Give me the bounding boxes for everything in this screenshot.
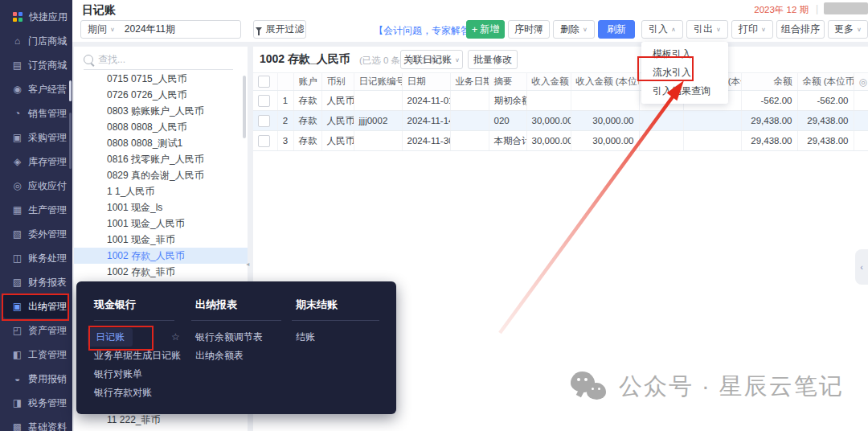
sidebar-item-expense[interactable]: ◒ 费用报销 bbox=[3, 367, 69, 391]
section-divider bbox=[94, 320, 174, 321]
delete-button[interactable]: 删除 bbox=[553, 20, 595, 39]
mega-menu-item[interactable]: 银行余额调节表 bbox=[195, 328, 263, 347]
expand-filter-button[interactable]: 展开过滤 bbox=[253, 20, 306, 39]
expert-qa-link[interactable]: 【会计问题，专家解答】 bbox=[374, 24, 480, 38]
row-checkbox[interactable] bbox=[258, 135, 270, 147]
combined-sort-button[interactable]: 组合排序 bbox=[776, 20, 825, 39]
more-button[interactable]: 更多 bbox=[828, 20, 868, 39]
sidebar-item-store-mall[interactable]: ⌂ 门店商城 bbox=[3, 29, 69, 53]
refresh-button[interactable]: 刷新 bbox=[598, 20, 635, 39]
account-list-item-selected[interactable]: 1002 存款_人民币 bbox=[74, 248, 248, 264]
journal-no-link[interactable]: jjjj0002 bbox=[354, 111, 402, 131]
search-box bbox=[84, 50, 233, 70]
account-list-item[interactable]: 0726 0726_人民币 bbox=[74, 87, 248, 103]
outsourcing-icon: ▧ bbox=[10, 228, 24, 240]
col-date[interactable]: 日期 bbox=[402, 73, 450, 91]
top-header-bar: 日记账 2023年 12 期 | bbox=[72, 0, 868, 18]
header-divider: | bbox=[816, 3, 818, 14]
cell-summary: 本期合计 bbox=[489, 131, 526, 151]
export-button[interactable]: 引出 bbox=[686, 20, 728, 39]
sidebar-item-customer[interactable]: ◉ 客户经营 bbox=[3, 77, 69, 101]
assets-icon: ◰ bbox=[10, 325, 24, 336]
col-account[interactable]: 账户 bbox=[293, 73, 321, 91]
sidebar-item-procurement[interactable]: ▣ 采购管理 bbox=[3, 125, 69, 150]
sidebar-scrollbar-thumb[interactable] bbox=[69, 80, 72, 101]
account-list-item[interactable]: 0816 找零账户_人民币 bbox=[74, 151, 248, 167]
col-journal-no[interactable]: 日记账编号 bbox=[354, 73, 402, 91]
sidebar-item-tax[interactable]: ◨ 税务管理 bbox=[3, 391, 69, 415]
sidebar-item-bookkeeping[interactable]: ◫ 账务处理 bbox=[3, 246, 69, 270]
account-list-item[interactable]: 0829 真的会谢_人民币 bbox=[74, 167, 248, 183]
menu-item-flow-import[interactable]: 流水引入 bbox=[641, 64, 728, 82]
sidebar-item-cashier[interactable]: ▣ 出纳管理 bbox=[3, 294, 69, 318]
mega-menu-item[interactable]: 银行存款对账 bbox=[94, 384, 152, 402]
mega-menu-item[interactable]: 结账 bbox=[296, 328, 315, 347]
gear-icon[interactable] bbox=[859, 76, 867, 88]
sidebar-item-outsourcing[interactable]: ▧ 委外管理 bbox=[3, 222, 69, 246]
watermark: 公众号 · 星辰云笔记 bbox=[571, 370, 844, 404]
account-list-item[interactable]: 1001 现金_菲币 bbox=[74, 232, 248, 248]
table-row[interactable]: 2 存款 人民币 jjjj0002 2024-11-14 020 30,000.… bbox=[253, 111, 868, 131]
account-list-item[interactable]: 1001 现金_人民币 bbox=[74, 216, 248, 232]
cell-seq: 3 bbox=[277, 131, 293, 151]
batch-edit-button[interactable]: 批量修改 bbox=[468, 50, 518, 69]
sidebar-item-base-data[interactable]: ▩ 基础资料 bbox=[3, 415, 69, 431]
import-button[interactable]: 引入 bbox=[641, 20, 683, 39]
row-checkbox[interactable] bbox=[258, 95, 270, 107]
related-journal-button[interactable]: 关联日记账 bbox=[400, 50, 463, 69]
sidebar-item-inventory[interactable]: ◈ 库存管理 bbox=[3, 150, 69, 174]
sidebar-scrollbar-thumb[interactable] bbox=[69, 113, 72, 169]
menu-item-import-result-query[interactable]: 引入结果查询 bbox=[641, 82, 728, 101]
col-summary[interactable]: 摘要 bbox=[489, 73, 526, 91]
payroll-icon: ◧ bbox=[10, 349, 24, 360]
sidebar-item-ordering-mall[interactable]: ▤ 订货商城 bbox=[3, 53, 69, 77]
table-row[interactable]: 3 存款 人民币 2024-11-30 本期合计 30,000.00 30,00… bbox=[253, 131, 868, 151]
account-list-item[interactable]: 0808 0808_人民币 bbox=[74, 119, 248, 135]
sidebar-item-payroll[interactable]: ◧ 工资管理 bbox=[3, 343, 69, 367]
collapse-panel-tab[interactable] bbox=[855, 249, 868, 285]
cell-journal-no bbox=[354, 131, 402, 151]
row-checkbox[interactable] bbox=[258, 115, 270, 127]
period-filter-combo[interactable]: 期间 2024年11期 bbox=[80, 20, 241, 39]
cell-settings-spacer bbox=[854, 111, 868, 131]
col-biz-date[interactable]: 业务日期 bbox=[450, 73, 489, 91]
account-list-item[interactable]: 1002 存款_菲币 bbox=[74, 264, 248, 280]
cell-income-base: 30,000.00 bbox=[571, 111, 639, 131]
sequence-book-button[interactable]: 序时簿 bbox=[508, 20, 550, 39]
menu-item-template-import[interactable]: 模板引入 bbox=[641, 45, 728, 64]
sidebar-item-assets[interactable]: ◰ 资产管理 bbox=[3, 318, 69, 343]
account-list-scrollbar-thumb[interactable] bbox=[243, 76, 246, 138]
mega-menu-item[interactable]: 银行对账单 bbox=[94, 365, 142, 384]
col-balance-base[interactable]: 余额 (本位币) bbox=[797, 73, 854, 91]
cell-income-base bbox=[571, 91, 639, 111]
account-list-item[interactable]: 0715 0715_人民币 bbox=[74, 71, 248, 87]
col-balance[interactable]: 余额 bbox=[741, 73, 797, 91]
chevron-down-icon bbox=[110, 26, 115, 32]
sidebar-item-production[interactable]: ▦ 生产管理 bbox=[3, 198, 69, 222]
col-income-base[interactable]: 收入金额 (本位币) bbox=[571, 73, 639, 91]
base-data-icon: ▩ bbox=[10, 421, 24, 431]
col-income[interactable]: 收入金额 bbox=[526, 73, 571, 91]
add-button[interactable]: 新增 bbox=[466, 20, 505, 39]
favorite-star-icon[interactable] bbox=[171, 331, 180, 343]
account-list-item[interactable]: 11 222_菲币 bbox=[74, 412, 248, 428]
search-input[interactable] bbox=[96, 53, 233, 66]
table-row[interactable]: 1 存款 人民币 2024-11-01 期初余额 -562.00 -562.00 bbox=[253, 91, 868, 111]
wechat-icon bbox=[571, 370, 609, 404]
mega-menu-item[interactable]: 出纳余额表 bbox=[195, 347, 244, 365]
account-list-item[interactable]: 1001 现金_ls bbox=[74, 199, 248, 216]
sidebar-item-quick-apps[interactable]: 快捷应用 bbox=[3, 5, 69, 29]
account-list-item[interactable]: 1 1_人民币 bbox=[74, 183, 248, 199]
row-select-cell bbox=[253, 91, 277, 111]
account-list-item[interactable]: 0808 0808_测试1 bbox=[74, 135, 248, 151]
col-currency[interactable]: 币别 bbox=[321, 73, 354, 91]
account-list-item[interactable]: 0803 赊账账户_人民币 bbox=[74, 103, 248, 119]
print-button[interactable]: 打印 bbox=[731, 20, 773, 39]
mega-menu-item[interactable]: 业务单据生成日记账 bbox=[94, 347, 181, 365]
select-all-checkbox[interactable] bbox=[258, 76, 270, 88]
sidebar-item-receivables[interactable]: ◎ 应收应付 bbox=[3, 174, 69, 198]
mega-menu-item-journal[interactable]: 日记账 bbox=[88, 328, 133, 347]
sales-icon: ◔ bbox=[10, 108, 24, 119]
sidebar-item-sales[interactable]: ◔ 销售管理 bbox=[3, 101, 69, 125]
sidebar-item-financial-reports[interactable]: ▨ 财务报表 bbox=[3, 270, 69, 294]
